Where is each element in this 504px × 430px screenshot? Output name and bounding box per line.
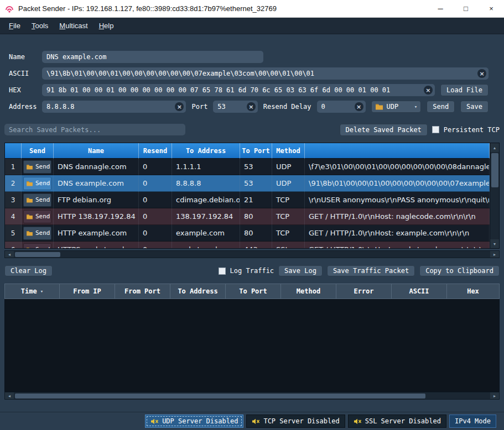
cell-ascii[interactable]: \r\nUSER anonymous\r\nPASS anonymous\r\n…	[305, 192, 490, 208]
scroll-right-icon[interactable]: ▸	[490, 251, 499, 258]
cell-to-address[interactable]: 138.197.192.84	[172, 208, 240, 225]
clear-hex-icon[interactable]: ×	[424, 86, 433, 95]
row-send-button[interactable]: Send	[23, 177, 51, 190]
cell-to-address[interactable]: 8.8.8.8	[172, 175, 240, 192]
bottom-horizontal-scrollbar[interactable]: ◂ ▸	[4, 392, 500, 400]
scroll-left-icon[interactable]: ◂	[5, 392, 14, 399]
cell-method[interactable]: UDP	[272, 175, 305, 192]
cell-to-port[interactable]: 21	[240, 192, 272, 208]
cell-to-port[interactable]: 443	[240, 242, 272, 248]
row-number[interactable]: 3	[5, 192, 22, 208]
load-file-button[interactable]: Load File	[440, 84, 489, 96]
header-to-address[interactable]: To Address	[172, 143, 240, 159]
cell-name[interactable]: DNS example.com	[54, 175, 139, 192]
row-send-button[interactable]: Send	[23, 227, 51, 240]
cell-resend[interactable]: 0	[139, 208, 172, 225]
menu-help[interactable]: Help	[93, 19, 119, 33]
table-row[interactable]: 6 Send HTTPS packetsender.com 0 packetse…	[5, 242, 490, 248]
cell-ascii[interactable]: \f7\e3\01\00\00\01\00\00\00\00\00\00\08d…	[305, 159, 490, 175]
log-traffic-checkbox[interactable]	[219, 268, 226, 275]
cell-to-address[interactable]: cdimage.debian.org	[172, 192, 240, 208]
cell-ascii[interactable]: \91\8b\01\00\00\01\00\00\00\00\00\00\07e…	[305, 175, 490, 192]
cell-ascii[interactable]: GET / HTTP/1.0\r\nHost: packetsender.com…	[305, 242, 490, 248]
search-saved-packets-input[interactable]	[4, 124, 185, 135]
horizontal-scrollbar[interactable]: ◂ ▸	[4, 250, 500, 258]
table-row[interactable]: 3 Send FTP debian.org 0 cdimage.debian.o…	[5, 192, 490, 208]
clear-ascii-icon[interactable]: ×	[477, 69, 486, 78]
delete-saved-packet-button[interactable]: Delete Saved Packet	[340, 124, 428, 136]
ip-mode-toggle[interactable]: IPv4 Mode	[449, 415, 496, 428]
header-name[interactable]: Name	[54, 143, 139, 159]
protocol-dropdown[interactable]: UDP ▾	[371, 101, 422, 113]
row-send-button[interactable]: Send	[23, 193, 51, 207]
cell-name[interactable]: HTTP example.com	[54, 225, 139, 242]
menu-multicast[interactable]: Multicast	[54, 19, 93, 33]
scrollbar-thumb[interactable]	[491, 153, 498, 187]
cell-name[interactable]: FTP debian.org	[54, 192, 139, 208]
cell-ascii[interactable]: GET / HTTP/1.0\r\nHost: naglecode.com\r\…	[305, 208, 490, 225]
row-send-button[interactable]: Send	[23, 243, 51, 249]
row-number[interactable]: 4	[5, 208, 22, 225]
header-method[interactable]: Method	[272, 143, 305, 159]
cell-name[interactable]: HTTPS packetsender.com	[54, 242, 139, 248]
cell-resend[interactable]: 0	[139, 242, 172, 248]
row-send-button[interactable]: Send	[23, 160, 51, 174]
scrollbar-track[interactable]	[490, 152, 499, 239]
table-row-selected[interactable]: 2 Send DNS example.com 0 8.8.8.8 53 UDP …	[5, 175, 490, 192]
header-to-port[interactable]: To Port	[240, 143, 272, 159]
cell-to-address[interactable]: packetsender.com	[172, 242, 240, 248]
cell-method[interactable]: TCP	[272, 192, 305, 208]
menu-tools[interactable]: Tools	[26, 19, 54, 33]
save-button[interactable]: Save	[460, 101, 489, 113]
ascii-input[interactable]	[42, 67, 489, 80]
table-row[interactable]: 5 Send HTTP example.com 0 example.com 80…	[5, 225, 490, 242]
cell-method[interactable]: TCP	[272, 225, 305, 242]
cell-to-port[interactable]: 53	[240, 175, 272, 192]
close-button[interactable]: ×	[479, 0, 504, 17]
log-header-to-address[interactable]: To Address	[170, 284, 226, 299]
cell-method[interactable]: UDP	[272, 159, 305, 175]
ssl-server-toggle[interactable]: SSL Server Disabled	[348, 415, 446, 428]
address-input[interactable]	[42, 101, 186, 113]
cell-to-port[interactable]: 80	[240, 208, 272, 225]
scroll-down-icon[interactable]: ▾	[490, 239, 499, 248]
clear-log-button[interactable]: Clear Log	[4, 265, 53, 276]
table-row[interactable]: 4 Send HTTP 138.197.192.84 0 138.197.192…	[5, 208, 490, 225]
header-send[interactable]: Send	[22, 143, 54, 159]
header-resend[interactable]: Resend	[139, 143, 172, 159]
cell-to-port[interactable]: 53	[240, 159, 272, 175]
tcp-server-toggle[interactable]: TCP Server Disabled	[246, 415, 345, 428]
vertical-scrollbar[interactable]: ▴ ▾	[490, 143, 499, 248]
scroll-right-icon[interactable]: ▸	[490, 392, 499, 399]
row-send-button[interactable]: Send	[23, 210, 51, 223]
cell-method[interactable]: TCP	[272, 208, 305, 225]
scrollbar-thumb[interactable]	[15, 394, 425, 398]
log-header-from-port[interactable]: From Port	[115, 284, 170, 299]
clear-port-icon[interactable]: ×	[247, 102, 256, 111]
copy-to-clipboard-button[interactable]: Copy to Clipboard	[419, 265, 500, 276]
hex-input[interactable]	[42, 84, 435, 96]
row-number[interactable]: 1	[5, 159, 22, 175]
send-button[interactable]: Send	[427, 101, 455, 113]
scroll-left-icon[interactable]: ◂	[5, 251, 14, 258]
log-header-to-port[interactable]: To Port	[226, 284, 281, 299]
row-number[interactable]: 5	[5, 225, 22, 242]
log-header-from-ip[interactable]: From IP	[60, 284, 115, 299]
cell-resend[interactable]: 0	[139, 175, 172, 192]
persistent-tcp-checkbox[interactable]	[432, 126, 439, 133]
menu-file[interactable]: File	[3, 19, 26, 33]
header-rownum[interactable]	[5, 143, 22, 159]
cell-to-address[interactable]: 1.1.1.1	[172, 159, 240, 175]
scrollbar-thumb[interactable]	[15, 252, 60, 257]
maximize-button[interactable]: □	[453, 0, 479, 17]
cell-resend[interactable]: 0	[139, 225, 172, 242]
log-header-method[interactable]: Method	[281, 284, 336, 299]
cell-method[interactable]: SSL	[272, 242, 305, 248]
name-input[interactable]	[42, 51, 263, 63]
scroll-up-icon[interactable]: ▴	[490, 143, 499, 152]
minimize-button[interactable]: ─	[428, 0, 453, 17]
cell-to-address[interactable]: example.com	[172, 225, 240, 242]
log-header-error[interactable]: Error	[336, 284, 392, 299]
log-header-time[interactable]: Time ▾	[4, 284, 60, 299]
row-number[interactable]: 2	[5, 175, 22, 192]
